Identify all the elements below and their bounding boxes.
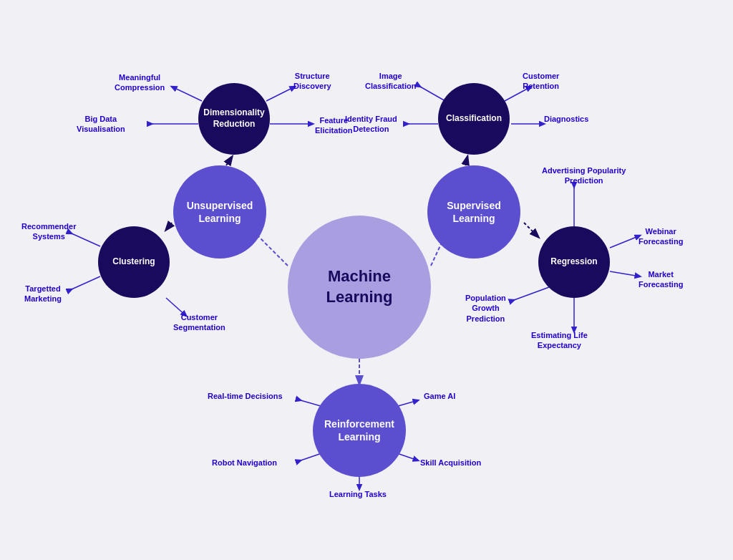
svg-line-6 — [524, 223, 538, 237]
label-big-data-vis: Big DataVisualisation — [77, 114, 125, 135]
label-population-growth: PopulationGrowthPrediction — [465, 293, 506, 324]
svg-line-7 — [172, 87, 202, 101]
svg-line-19 — [610, 236, 640, 248]
label-customer-segmentation: CustomerSegmentation — [173, 312, 225, 333]
node-classification: Classification — [438, 83, 510, 155]
label-meaningful-compression: MeaningfulCompression — [115, 72, 165, 93]
svg-line-8 — [266, 87, 295, 101]
node-dimensionality: Dimensionality Reduction — [198, 83, 270, 155]
label-game-ai: Game AI — [424, 391, 455, 401]
node-unsupervised: Unsupervised Learning — [173, 165, 266, 259]
label-identity-fraud: Identity FraudDetection — [345, 114, 397, 135]
node-supervised: Supervised Learning — [427, 165, 520, 259]
label-recommender-systems: RecommenderSystems — [21, 221, 76, 242]
svg-line-11 — [420, 87, 445, 101]
node-machine-learning: Machine Learning — [288, 216, 431, 359]
label-targeted-marketing: TargettedMarketing — [24, 284, 62, 304]
svg-line-21 — [514, 287, 549, 300]
label-advertising-popularity: Advertising PopularityPrediction — [542, 165, 626, 186]
label-webinar-forecasting: WebinarForecasting — [639, 226, 683, 247]
label-customer-retention: CustomerRetention — [523, 71, 559, 92]
label-robot-navigation: Robot Navigation — [212, 458, 277, 468]
label-learning-tasks: Learning Tasks — [329, 489, 387, 499]
label-structure-discovery: StructureDiscovery — [293, 71, 331, 92]
svg-line-4 — [166, 223, 172, 230]
node-reinforcement: Reinforcement Learning — [313, 384, 406, 477]
svg-line-20 — [610, 271, 640, 276]
svg-line-16 — [72, 276, 100, 289]
label-skill-acquisition: Skill Acquisition — [420, 458, 481, 468]
label-diagnostics: Diagnostics — [544, 114, 588, 124]
label-market-forecasting: MarketForecasting — [639, 269, 683, 290]
label-image-classification: ImageClassification — [365, 71, 417, 92]
node-regression: Regression — [538, 226, 610, 298]
svg-line-5 — [465, 157, 467, 165]
diagram-container: Machine Learning Unsupervised Learning S… — [9, 8, 724, 552]
node-clustering: Clustering — [98, 226, 170, 298]
svg-line-3 — [226, 157, 232, 165]
label-realtime-decisions: Real-time Decisions — [208, 391, 283, 401]
label-estimating-life: Estimating LifeExpectancy — [531, 330, 588, 351]
